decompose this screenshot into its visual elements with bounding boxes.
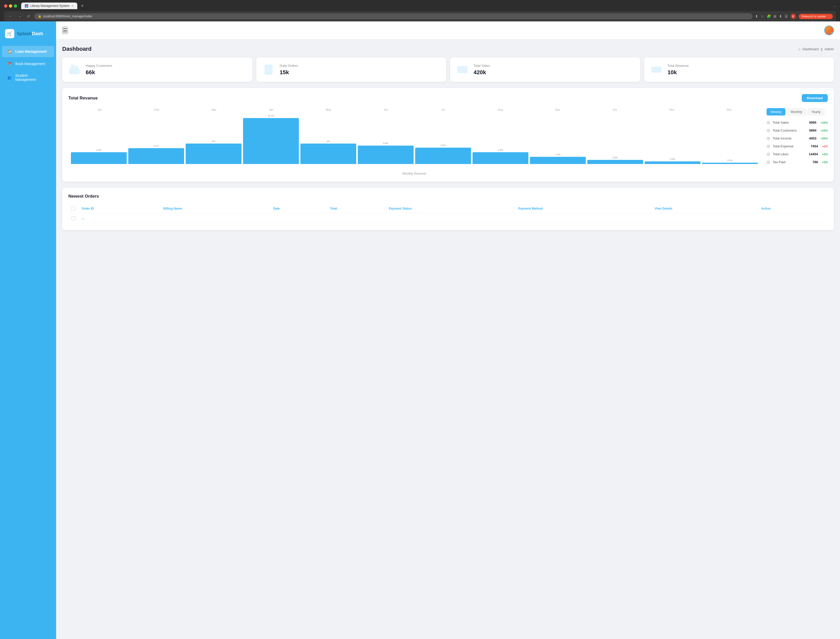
stat-info-happy-customers: Happy Customers 66k xyxy=(86,64,247,76)
browser-actions: ⬆ ☆ 🧩 ⊞ ⬇ ☰ E Relaunch to update ⋮ xyxy=(755,14,833,19)
stat-row-4: Total Likes 14454 +5% xyxy=(767,152,828,156)
online-status-dot xyxy=(831,32,833,35)
extensions-button[interactable]: 🧩 xyxy=(767,14,771,18)
header-order-id: Order ID xyxy=(78,204,161,213)
bar-col-Feb: 3.1% xyxy=(128,145,184,164)
close-window-button[interactable] xyxy=(4,4,7,8)
stat-info-daily-orders: Daily Orders 15k xyxy=(280,64,441,76)
svg-rect-9 xyxy=(459,70,462,71)
table-row: — xyxy=(68,213,828,224)
share-button[interactable]: ⬆ xyxy=(755,14,758,18)
stat-row-3: Total Expense 7454 +2% xyxy=(767,144,828,148)
header-billing-name: Billing Name xyxy=(161,204,270,213)
chart-bars: 2.3% 3.1% 4% 10.1% 4% 3.6% 3.2% 2.3% 1.4… xyxy=(68,113,760,164)
tab-close-button[interactable]: ✕ xyxy=(72,4,74,8)
bar-col-Oct: 0.8% xyxy=(587,156,643,164)
header-total: Total xyxy=(327,204,386,213)
total-sales-icon xyxy=(455,62,469,77)
home-icon: 🏠 xyxy=(7,49,12,54)
address-bar[interactable]: 🔒 localhost:8080/book_manager/index xyxy=(34,13,752,19)
header-payment-method: Payment Method xyxy=(515,204,651,213)
tab-weekly[interactable]: Weekly xyxy=(767,108,786,116)
svg-rect-12 xyxy=(655,68,657,71)
stat-value-total-revenue: 10k xyxy=(668,69,829,76)
svg-rect-4 xyxy=(266,67,271,68)
stat-dot-5 xyxy=(767,161,770,164)
menu-button[interactable]: ⊞ xyxy=(773,14,776,18)
relaunch-button[interactable]: Relaunch to update ⋮ xyxy=(799,14,833,19)
tab-monthly[interactable]: Monthly xyxy=(786,108,807,116)
revenue-header: Total Revanue Download xyxy=(68,94,828,102)
reload-button[interactable]: ↺ xyxy=(25,14,32,19)
bar-col-Sep: 1.4% xyxy=(530,153,586,164)
tab-favicon: 📚 xyxy=(25,4,28,8)
stat-rows: Total Sales 5995 +15% Total Customers 58… xyxy=(767,121,828,164)
bar-col-Dec: 0.2% xyxy=(702,159,758,164)
sidebar-item-student-management[interactable]: 👥 Student Management xyxy=(2,70,54,85)
forward-button[interactable]: → xyxy=(16,14,23,19)
header-view-details: View Details xyxy=(652,204,758,213)
sidebar-item-loan-management[interactable]: 🏠 Loan Management xyxy=(2,46,54,57)
bar-Mar xyxy=(186,143,242,164)
bar-value-Oct: 0.8% xyxy=(612,156,618,159)
header-payment-status: Payment Status xyxy=(386,204,515,213)
stat-row-5: Tax Paid 786 +5% xyxy=(767,160,828,164)
stat-value-daily-orders: 15k xyxy=(280,69,441,76)
row-payment-status xyxy=(386,213,515,224)
minimize-window-button[interactable] xyxy=(9,4,12,8)
row-total xyxy=(327,213,386,224)
stat-row-label-0: Total Sales xyxy=(773,121,807,124)
happy-customers-icon xyxy=(67,62,81,77)
back-button[interactable]: ← xyxy=(7,14,14,19)
bar-Jan xyxy=(71,152,127,164)
month-jun: Jun xyxy=(357,108,415,111)
download-button[interactable]: Download xyxy=(802,94,828,102)
breadcrumb-home: Dashboard xyxy=(802,47,819,51)
new-tab-button[interactable]: + xyxy=(79,3,85,9)
bar-Sep xyxy=(530,157,586,164)
svg-rect-5 xyxy=(266,69,270,70)
maximize-window-button[interactable] xyxy=(14,4,17,8)
stat-row-pct-4: +5% xyxy=(822,153,828,156)
student-icon: 👥 xyxy=(7,75,12,80)
row-date xyxy=(270,213,327,224)
row-select-checkbox[interactable] xyxy=(72,216,75,221)
user-avatar[interactable] xyxy=(824,25,834,35)
daily-orders-icon xyxy=(261,62,276,77)
sidebar: 🛒 SplashDash 🏠 Loan Management 📚 Book Ma… xyxy=(0,21,56,639)
sidebar-item-book-management[interactable]: 📚 Book Management xyxy=(2,58,54,69)
browser-profile-icon[interactable]: E xyxy=(791,14,796,19)
stat-row-pct-0: +15% xyxy=(821,121,828,124)
logo-icon: 🛒 xyxy=(5,29,14,38)
stat-label-daily-orders: Daily Orders xyxy=(280,64,441,68)
month-jan: Jan xyxy=(71,108,128,111)
logo-brand1: Splash xyxy=(17,31,32,36)
url-text: localhost:8080/book_manager/index xyxy=(43,14,92,18)
select-all-checkbox[interactable] xyxy=(72,207,75,211)
stat-row-value-1: 5894 xyxy=(809,129,816,132)
chart-area: Jan Feb Mar Apr May Jun Jul Aug Sep Oct … xyxy=(68,108,760,175)
svg-rect-1 xyxy=(71,65,75,69)
month-apr: Apr xyxy=(243,108,300,111)
tab-title: Library Management System xyxy=(30,4,69,8)
bar-Jun xyxy=(358,146,414,164)
bar-value-Dec: 0.2% xyxy=(727,159,733,162)
browser-titlebar: 📚 Library Management System ✕ + ⌄ xyxy=(4,3,836,9)
active-tab[interactable]: 📚 Library Management System ✕ xyxy=(21,3,77,9)
browser-toolbar: ← → ↺ 🔒 localhost:8080/book_manager/inde… xyxy=(4,11,836,21)
profile-button[interactable]: ☰ xyxy=(785,14,788,18)
breadcrumb: ⌂ Dashboard || Admin xyxy=(799,47,834,51)
svg-rect-0 xyxy=(69,68,80,74)
bar-value-Nov: 0.5% xyxy=(670,158,675,161)
download-browser-button[interactable]: ⬇ xyxy=(779,14,782,18)
tab-expand-button[interactable]: ⌄ xyxy=(834,4,836,8)
bar-value-Sep: 1.4% xyxy=(555,153,560,156)
app-container: 🛒 SplashDash 🏠 Loan Management 📚 Book Ma… xyxy=(0,21,840,639)
tab-yearly[interactable]: Yearly xyxy=(807,108,825,116)
bookmark-button[interactable]: ☆ xyxy=(761,14,764,18)
nav-items: 🏠 Loan Management 📚 Book Management 👥 St… xyxy=(0,46,56,85)
hamburger-menu-button[interactable]: ☰ xyxy=(62,27,68,34)
stat-value-total-sales: 420k xyxy=(474,69,635,76)
logo-brand2: Dash xyxy=(32,31,43,36)
stat-row-label-4: Total Likes xyxy=(773,152,807,156)
